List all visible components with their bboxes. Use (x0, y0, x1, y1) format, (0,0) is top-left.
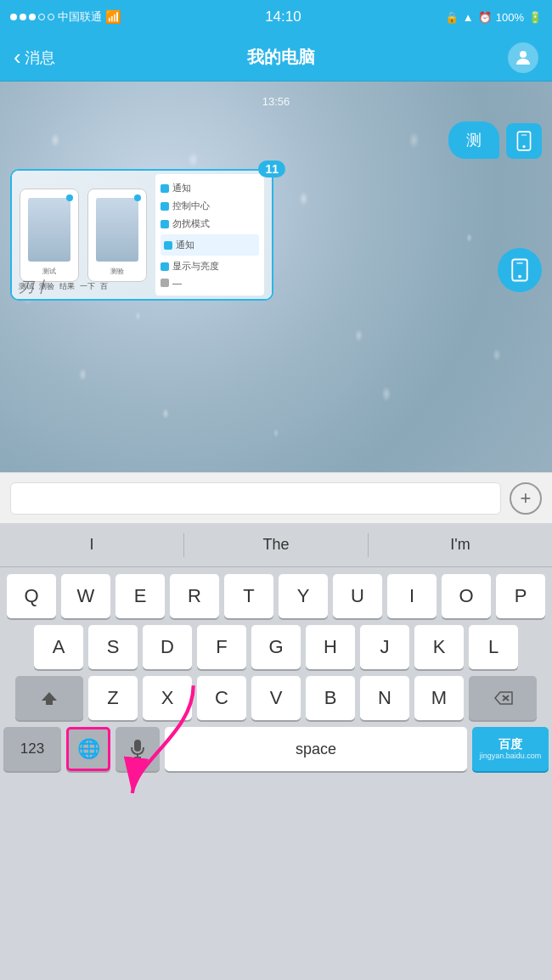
svg-rect-10 (134, 740, 141, 752)
message-bubble-ce: 测 (448, 121, 499, 159)
menu-icon-1 (161, 184, 169, 193)
nav-bar: ‹ 消息 我的电脑 (0, 34, 552, 82)
screen-label-3: 结果 (59, 281, 75, 292)
key-P[interactable]: P (496, 574, 545, 618)
back-label: 消息 (25, 48, 55, 68)
return-line1: 百度 (498, 737, 522, 752)
menu-icon-5 (161, 262, 169, 271)
menu-label-highlight: 通知 (176, 239, 194, 251)
key-R[interactable]: R (170, 574, 219, 618)
key-X[interactable]: X (143, 676, 192, 720)
screenshot-bubble: 测试 测验 通知 (10, 169, 273, 301)
key-J[interactable]: J (360, 625, 409, 669)
signal-dot-5 (48, 14, 54, 20)
key-C[interactable]: C (197, 676, 246, 720)
location-icon: ▲ (463, 11, 474, 24)
message-input[interactable] (10, 482, 501, 515)
key-F[interactable]: F (197, 625, 246, 669)
contact-avatar[interactable] (508, 42, 538, 73)
wifi-icon: 📶 (105, 9, 121, 25)
key-M[interactable]: M (414, 676, 464, 720)
key-V[interactable]: V (251, 676, 301, 720)
phone-thumb-1: 测试 (20, 189, 79, 282)
menu-icon-2 (161, 202, 169, 211)
carrier-label: 中国联通 (58, 9, 102, 25)
key-B[interactable]: B (306, 676, 355, 720)
menu-item-1: 通知 (161, 179, 259, 197)
key-W[interactable]: W (61, 574, 110, 618)
time-display: 14:10 (265, 8, 301, 25)
svg-rect-6 (516, 262, 523, 263)
key-K[interactable]: K (414, 625, 464, 669)
phone-thumb-screen-1 (28, 198, 70, 262)
status-bar: 中国联通 📶 14:10 🔒 ▲ ⏰ 100% 🔋 (0, 0, 552, 34)
key-L[interactable]: L (469, 625, 518, 669)
screen-label-4: 一下 (80, 281, 95, 292)
autocomplete-item-1[interactable]: I (0, 529, 183, 560)
delete-key[interactable] (469, 676, 537, 720)
numbers-key[interactable]: 123 (3, 727, 61, 771)
globe-key[interactable]: 🌐 (66, 727, 110, 771)
keyboard-row-2: A S D F G H J K L (3, 625, 549, 669)
keyboard-container: I The I'm Q W E R T Y U I O P A S D F G … (0, 523, 552, 776)
key-Y[interactable]: Y (279, 574, 328, 618)
microphone-key[interactable] (115, 727, 160, 771)
message-timestamp: 13:56 (10, 95, 542, 108)
key-E[interactable]: E (115, 574, 165, 618)
key-Z[interactable]: Z (88, 676, 138, 720)
key-I[interactable]: I (387, 574, 437, 618)
svg-marker-7 (42, 692, 57, 705)
notification-badge: 11 (258, 161, 285, 177)
key-A[interactable]: A (34, 625, 83, 669)
menu-icon-highlight (164, 241, 172, 250)
message-row-ce: 测 (10, 121, 542, 159)
key-O[interactable]: O (442, 574, 491, 618)
keyboard-bottom-row: 123 🌐 space 百度 jingyan.baidu.com (3, 727, 549, 771)
autocomplete-item-3[interactable]: I'm (369, 529, 552, 560)
autocomplete-item-2[interactable]: The (184, 529, 368, 560)
menu-item-6: — (161, 275, 259, 290)
svg-point-5 (518, 275, 521, 279)
add-button[interactable]: + (510, 482, 542, 515)
alarm-icon: ⏰ (478, 11, 492, 24)
menu-label-5: 显示与亮度 (172, 260, 219, 273)
space-key[interactable]: space (165, 727, 467, 771)
add-icon: + (521, 487, 532, 510)
back-button[interactable]: ‹ 消息 (14, 44, 55, 70)
key-H[interactable]: H (306, 625, 355, 669)
return-key[interactable]: 百度 jingyan.baidu.com (472, 727, 549, 771)
status-left: 中国联通 📶 (10, 9, 121, 25)
key-U[interactable]: U (333, 574, 382, 618)
menu-icon-6 (161, 279, 169, 287)
key-T[interactable]: T (224, 574, 273, 618)
key-G[interactable]: G (251, 625, 301, 669)
key-Q[interactable]: Q (7, 574, 56, 618)
key-S[interactable]: S (88, 625, 138, 669)
menu-item-2: 控制中心 (161, 197, 259, 215)
keyboard-row-1: Q W E R T Y U I O P (3, 574, 549, 618)
input-area: + (0, 472, 552, 523)
key-N[interactable]: N (360, 676, 409, 720)
page-title: 我的电脑 (247, 46, 315, 69)
numbers-label: 123 (20, 741, 44, 758)
phone-thumb-dot-2 (134, 194, 141, 201)
handwriting-text: 刀丨 (19, 279, 49, 296)
screenshot-message: 11 测试 测验 (10, 169, 273, 301)
phone-avatar-right (498, 248, 542, 292)
shift-key[interactable] (15, 676, 83, 720)
screenshot-inner: 测试 测验 通知 (12, 171, 272, 299)
menu-label-6: — (172, 278, 182, 288)
signal-dot-1 (10, 14, 17, 20)
key-D[interactable]: D (143, 625, 192, 669)
lock-icon: 🔒 (445, 11, 459, 24)
menu-label-3: 勿扰模式 (172, 217, 210, 230)
menu-icon-3 (161, 220, 169, 228)
battery-label: 100% (496, 11, 524, 24)
screen-label-5: 百 (100, 281, 108, 292)
signal-dot-4 (38, 14, 45, 20)
menu-item-5: 显示与亮度 (161, 257, 259, 275)
signal-dot-2 (20, 14, 26, 20)
back-chevron: ‹ (14, 44, 21, 70)
keyboard-row-3: Z X C V B N M (3, 676, 549, 720)
phone-thumb-screen-2 (96, 198, 138, 262)
